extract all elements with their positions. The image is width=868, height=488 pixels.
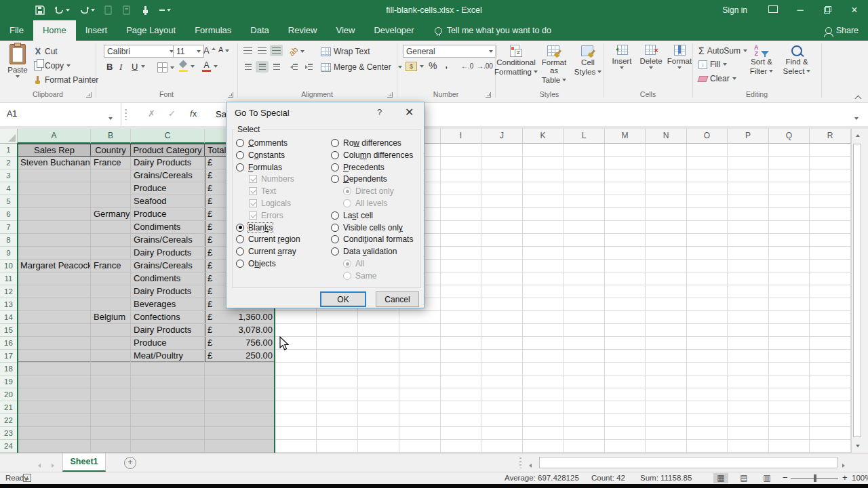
cell-R3[interactable] (810, 169, 851, 182)
cell-D22[interactable] (205, 414, 275, 427)
cell-O8[interactable] (687, 234, 728, 247)
row-header-23[interactable]: 23 (0, 427, 18, 440)
cell-A11[interactable] (18, 272, 91, 285)
cell-L8[interactable] (564, 234, 605, 247)
cell-L20[interactable] (564, 388, 605, 401)
zoom-slider-thumb[interactable] (814, 474, 816, 482)
cell-M23[interactable] (605, 427, 646, 440)
cell-C1[interactable]: Product Category (131, 144, 205, 157)
cell-Q20[interactable] (769, 388, 810, 401)
tab-formulas[interactable]: Formulas (185, 20, 241, 41)
cell-B2[interactable]: France (91, 157, 131, 169)
cell-G24[interactable] (358, 440, 399, 453)
cell-P5[interactable] (728, 195, 769, 208)
option-formulas[interactable]: Formulas (236, 163, 282, 172)
cell-O12[interactable] (687, 285, 728, 298)
cell-N10[interactable] (646, 260, 687, 272)
cell-J6[interactable] (481, 208, 523, 221)
cell-J24[interactable] (481, 440, 523, 453)
cell-P11[interactable] (728, 272, 769, 285)
cell-K19[interactable] (523, 375, 564, 388)
italic-button[interactable]: I (119, 62, 122, 73)
cell-P12[interactable] (728, 285, 769, 298)
row-header-3[interactable]: 3 (0, 169, 18, 182)
cell-A22[interactable] (18, 414, 91, 427)
cell-O24[interactable] (687, 440, 728, 453)
font-color-button[interactable]: A (202, 60, 218, 72)
cell-N2[interactable] (646, 157, 687, 169)
column-header-C[interactable]: C (131, 129, 205, 144)
row-header-16[interactable]: 16 (0, 337, 18, 350)
cell-K16[interactable] (523, 337, 564, 350)
option-blanks[interactable]: Blanks (236, 223, 273, 232)
collapse-ribbon-button[interactable] (856, 94, 861, 103)
tab-insert[interactable]: Insert (76, 20, 117, 41)
decrease-indent-button[interactable] (288, 61, 300, 73)
cell-B4[interactable] (91, 182, 131, 195)
clipboard-dialog-launcher[interactable] (86, 92, 92, 98)
cell-B5[interactable] (91, 195, 131, 208)
cell-C5[interactable]: Seafood (131, 195, 205, 208)
cell-M14[interactable] (605, 311, 646, 324)
cell-B13[interactable] (91, 298, 131, 311)
name-box[interactable]: A1 (0, 103, 121, 125)
cell-M7[interactable] (605, 221, 646, 234)
cell-J4[interactable] (481, 182, 523, 195)
cell-H14[interactable] (399, 311, 441, 324)
column-header-Q[interactable]: Q (769, 129, 810, 144)
column-header-O[interactable]: O (687, 129, 728, 144)
cell-B11[interactable] (91, 272, 131, 285)
cell-C15[interactable]: Dairy Products (131, 324, 205, 337)
option-constants[interactable]: Constants (236, 150, 285, 160)
next-sheet-icon[interactable] (52, 460, 54, 470)
row-header-10[interactable]: 10 (0, 260, 18, 272)
cell-I5[interactable] (441, 195, 481, 208)
cell-L22[interactable] (564, 414, 605, 427)
cell-N15[interactable] (646, 324, 687, 337)
top-align-button[interactable] (241, 45, 254, 56)
row-header-2[interactable]: 2 (0, 157, 18, 169)
cell-A6[interactable] (18, 208, 91, 221)
row-header-6[interactable]: 6 (0, 208, 18, 221)
cell-D14[interactable]: £1,360.00 (205, 311, 275, 324)
radio-conditional-formats[interactable] (331, 235, 339, 243)
cell-R19[interactable] (810, 375, 851, 388)
cell-A8[interactable] (18, 234, 91, 247)
cell-N12[interactable] (646, 285, 687, 298)
cell-Q12[interactable] (769, 285, 810, 298)
cell-H19[interactable] (399, 375, 441, 388)
cell-C16[interactable]: Produce (131, 337, 205, 350)
cell-C3[interactable]: Grains/Cereals (131, 169, 205, 182)
row-header-15[interactable]: 15 (0, 324, 18, 337)
cell-G15[interactable] (358, 324, 399, 337)
cell-P20[interactable] (728, 388, 769, 401)
cell-H15[interactable] (399, 324, 441, 337)
radio-column-differences[interactable] (331, 151, 339, 159)
cell-A16[interactable] (18, 337, 91, 350)
cell-B18[interactable] (91, 363, 131, 375)
cell-B16[interactable] (91, 337, 131, 350)
cell-M20[interactable] (605, 388, 646, 401)
cell-O7[interactable] (687, 221, 728, 234)
cell-A19[interactable] (18, 375, 91, 388)
orientation-button[interactable]: ab (289, 47, 304, 56)
cell-L11[interactable] (564, 272, 605, 285)
cell-N21[interactable] (646, 401, 687, 414)
option-last-cell[interactable]: Last cell (331, 211, 373, 220)
cell-C14[interactable]: Confections (131, 311, 205, 324)
insert-cells-button[interactable]: Insert (609, 45, 635, 69)
number-dialog-launcher[interactable] (486, 92, 491, 98)
cell-M6[interactable] (605, 208, 646, 221)
option-current-array[interactable]: Current array (236, 247, 296, 256)
align-center-button[interactable] (256, 61, 269, 73)
cell-H21[interactable] (399, 401, 441, 414)
cell-J19[interactable] (481, 375, 523, 388)
cell-H23[interactable] (399, 427, 441, 440)
cell-H18[interactable] (399, 363, 441, 375)
comma-style-button[interactable]: , (445, 58, 448, 70)
increase-indent-button[interactable] (302, 61, 315, 73)
cell-J18[interactable] (481, 363, 523, 375)
cell-C7[interactable]: Condiments (131, 221, 205, 234)
cell-J5[interactable] (481, 195, 523, 208)
radio-visible-cells-only[interactable] (331, 224, 339, 232)
